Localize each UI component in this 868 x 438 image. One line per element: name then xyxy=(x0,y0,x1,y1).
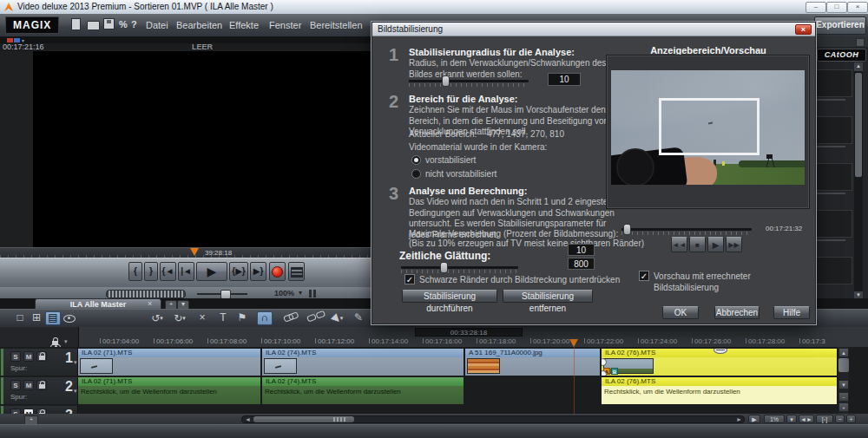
record-list-button[interactable] xyxy=(288,262,305,281)
group-link-button[interactable] xyxy=(279,311,297,325)
open-project-icon[interactable] xyxy=(87,21,100,30)
new-project-icon[interactable] xyxy=(71,18,81,30)
play-from-here-button[interactable]: ▶ xyxy=(748,415,760,423)
visibility-dropdown-icon[interactable]: ▾ xyxy=(64,338,68,345)
radio-vorstabilisiert[interactable] xyxy=(411,155,421,165)
timeline-view-button[interactable]: ▤ xyxy=(45,311,61,325)
media-list-item[interactable] xyxy=(816,69,852,97)
dialog-titlebar[interactable]: Bildstabilisierung xyxy=(372,23,815,36)
preview-stabilization-checkbox[interactable]: ✓ xyxy=(639,271,649,281)
suppress-borders-label[interactable]: Schwarze Ränder durch Bildstreckung unte… xyxy=(419,275,620,286)
preview-stabilization-label[interactable]: Vorschau mit errechneter Bildstabilisier… xyxy=(654,271,815,293)
play-range-button[interactable]: {▶} xyxy=(229,262,248,281)
marker-flag-button[interactable]: ⚑ xyxy=(236,311,248,325)
radio-nicht-vorstabilisiert-label[interactable]: nicht vorstabilisiert xyxy=(425,169,496,180)
help-button[interactable]: Hilfe xyxy=(773,306,810,319)
mute-button[interactable]: M xyxy=(23,380,34,390)
jump-range-start-button[interactable]: {◄ xyxy=(160,262,176,281)
radio-nicht-vorstabilisiert[interactable] xyxy=(411,169,421,179)
remove-stabilization-button[interactable]: Stabilisierung entfernen xyxy=(503,290,593,303)
media-list-item[interactable] xyxy=(816,116,852,144)
lock-button[interactable] xyxy=(36,351,47,362)
playhead-marker[interactable] xyxy=(569,339,578,347)
context-help-icon[interactable]: ? xyxy=(131,18,143,30)
jump-to-start-button[interactable]: |◄ xyxy=(178,262,194,281)
selected-video-clip[interactable]: ILA 02 (76).MTS A B xyxy=(602,349,838,376)
snap-magnet-button[interactable]: ∩ xyxy=(257,311,273,325)
run-stabilization-button[interactable]: Stabilisierung durchführen xyxy=(402,290,497,303)
cancel-button[interactable]: Abbrechen xyxy=(714,306,760,319)
monitor-playhead-marker[interactable] xyxy=(190,248,199,256)
menu-fenster[interactable]: Fenster xyxy=(269,18,301,32)
preview-image[interactable] xyxy=(611,70,805,185)
mouse-mode-cursor-button[interactable]: ▶▾ xyxy=(328,311,347,325)
scroll-down-icon[interactable]: ▼ xyxy=(838,380,849,389)
export-button[interactable]: Exportieren xyxy=(814,16,866,35)
track-zoom-in-button[interactable]: + xyxy=(838,402,849,412)
preview-seek-slider[interactable] xyxy=(621,228,752,235)
media-list-item[interactable] xyxy=(816,163,852,191)
single-view-button[interactable]: □ xyxy=(12,311,28,325)
selected-audio-clip[interactable]: ILA 02 (76).MTS Rechtsklick, um die Well… xyxy=(602,377,838,404)
monitor-layout-icon[interactable] xyxy=(309,290,316,297)
audio-clip[interactable]: ILA 02 (71).MTS Rechtsklick, um die Well… xyxy=(78,377,261,404)
track-zoom-out-button[interactable]: − xyxy=(838,392,849,402)
analysis-region-rectangle[interactable] xyxy=(659,98,760,155)
media-scrollbar-thumb[interactable] xyxy=(855,73,862,177)
radius-slider[interactable] xyxy=(409,80,529,87)
track-dropdown-icon[interactable]: ▾ xyxy=(74,359,77,366)
jog-wheel[interactable] xyxy=(106,290,186,298)
preview-seek-thumb[interactable] xyxy=(623,224,631,235)
zoom-dropdown-icon[interactable]: ▾ xyxy=(786,415,797,423)
video-clip[interactable]: ILA 02 (71).MTS xyxy=(78,349,261,376)
window-close-button[interactable]: × xyxy=(847,2,868,13)
audio-clip[interactable]: ILA 02 (74).MTS Rechtsklick, um die Well… xyxy=(262,377,464,404)
video-clip[interactable]: ILA 02 (74).MTS xyxy=(262,349,464,376)
monitor-zoom-dropdown-icon[interactable]: ▾ xyxy=(299,289,302,297)
solo-button[interactable]: S xyxy=(10,380,21,390)
image-clip[interactable]: A 51 169_711A0000.jpg xyxy=(465,349,601,376)
media-list-item[interactable] xyxy=(816,257,852,284)
media-scroll-up-icon[interactable]: ▲ xyxy=(854,62,863,71)
smoothing-slider-thumb[interactable] xyxy=(440,262,448,273)
preview-rewind-button[interactable]: ◄◄ xyxy=(671,237,687,252)
radio-vorstabilisiert-label[interactable]: vorstabilisiert xyxy=(425,155,476,167)
text-tool-button[interactable]: T xyxy=(217,311,229,325)
project-tab[interactable]: ILA Alle Master xyxy=(35,298,161,309)
mute-button[interactable]: M xyxy=(23,351,34,362)
track-dropdown-icon[interactable]: ▾ xyxy=(74,388,77,395)
media-list-item[interactable] xyxy=(816,210,852,238)
zoom-fit-button[interactable]: ◄► xyxy=(799,415,814,423)
radius-value-field[interactable]: 10 xyxy=(548,73,581,86)
smoothing-slider[interactable] xyxy=(401,266,518,273)
zoom-range-button[interactable]: [▫] xyxy=(816,415,833,423)
draw-pencil-button[interactable]: ✎ xyxy=(352,311,365,325)
play-to-end-button[interactable]: ▶} xyxy=(250,262,266,281)
range-end-button[interactable]: } xyxy=(144,262,158,281)
ungroup-unlink-button[interactable] xyxy=(302,311,321,325)
scroll-left-icon[interactable]: ◄ xyxy=(245,416,251,422)
record-button[interactable] xyxy=(269,262,286,281)
window-minimize-button[interactable]: – xyxy=(806,2,826,13)
scroll-up-icon[interactable]: ▲ xyxy=(838,348,849,357)
media-pool-menu-button[interactable] xyxy=(856,38,865,47)
play-button[interactable]: ▶ xyxy=(196,262,227,281)
zoom-out-button[interactable]: − xyxy=(835,415,845,423)
redo-button[interactable]: ↻▾ xyxy=(170,311,189,325)
save-icon[interactable] xyxy=(103,18,115,29)
settings-percent-icon[interactable]: % xyxy=(119,18,131,30)
window-maximize-button[interactable]: □ xyxy=(826,2,847,13)
menu-effekte[interactable]: Effekte xyxy=(229,18,259,32)
preview-eye-icon[interactable] xyxy=(62,311,77,325)
zoom-in-button[interactable]: + xyxy=(846,415,856,423)
scene-overview-button[interactable]: ⊞ xyxy=(29,311,44,325)
ok-button[interactable]: OK xyxy=(662,306,699,319)
range-start-button[interactable]: { xyxy=(128,262,142,281)
scroll-right-icon[interactable]: ► xyxy=(736,416,742,422)
preview-play-button[interactable]: ▶ xyxy=(707,237,724,252)
preview-stop-button[interactable]: ■ xyxy=(689,237,706,252)
lock-button[interactable] xyxy=(36,380,47,390)
radius-slider-thumb[interactable] xyxy=(442,75,450,87)
max-shift-value-field[interactable]: 10 xyxy=(568,244,595,256)
menu-datei[interactable]: Datei xyxy=(146,18,168,32)
